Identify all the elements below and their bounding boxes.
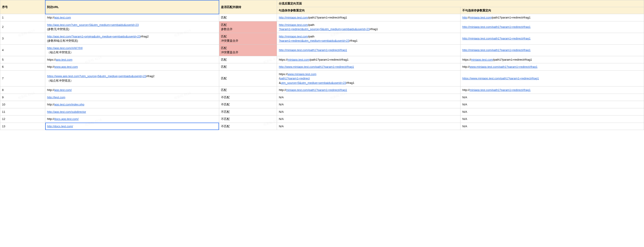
cell-url: http://test.com <box>45 94 219 101</box>
url-link[interactable]: app.test.com/ <box>54 88 72 92</box>
url-link[interactable]: app.test.com/index.php <box>54 103 84 106</box>
url-link[interactable]: http://test.com <box>47 96 65 99</box>
redirect-rules-table: 序号 到访URL 是否匹配并跳转 分流后重定向页面 勾选保存参数重定向 不勾选保… <box>0 0 644 130</box>
redirect-nokeep-text: /path1?param1=redirect#frag1 <box>493 58 532 61</box>
cell-redirect-keep: N/A <box>277 116 460 123</box>
cell-seq: 4 <box>0 44 45 56</box>
cell-redirect-keep: http://miniapp.test.com/path1?param1=red… <box>277 86 460 94</box>
url-link[interactable]: http://app.test.com?utm_source=5&utm_med… <box>47 23 139 26</box>
cell-redirect-nokeep: N/A <box>460 122 644 130</box>
match-text: 不匹配 <box>221 124 230 128</box>
redirect-keep-link[interactable]: utm_source=5&utm_mediue=sembaidu&userid=… <box>281 81 346 84</box>
redirect-nokeep-text: http:// <box>462 65 470 68</box>
cell-match: 不匹配 <box>219 94 277 101</box>
cell-url: http://docs.test.com/ <box>45 122 219 130</box>
table-row: 13http://docs.test.com/不匹配N/AN/A <box>0 122 644 130</box>
cell-redirect-keep: N/A <box>277 94 460 101</box>
header-seq: 序号 <box>0 0 45 14</box>
url-text: (参数无冲突情况) <box>47 28 69 31</box>
redirect-nokeep-link[interactable]: http://miniapp.test.com/path1?param1=red… <box>462 48 530 52</box>
redirect-nokeep-link[interactable]: http://miniapp.test.com/path1?param1=red… <box>462 37 530 40</box>
cell-seq: 11 <box>0 108 45 116</box>
cell-url: https://www.app.test.com?utm_source=5&ut… <box>45 70 219 86</box>
url-text: http:// <box>47 16 54 19</box>
redirect-keep-link[interactable]: miniapp.test.com <box>288 58 309 61</box>
header-match: 是否匹配并跳转 <box>219 0 277 14</box>
url-text: #frag2 <box>146 74 154 78</box>
redirect-keep-link[interactable]: http://miniapp.test.com <box>279 35 308 38</box>
table-row: 3http://app.test.com/?param1=origina&utm… <box>0 33 644 44</box>
redirect-nokeep-text: https:// <box>462 58 471 61</box>
redirect-nokeep-link[interactable]: www.miniapp.test.com/path1?param1=redire… <box>470 65 538 68</box>
url-link[interactable]: http://docs.test.com/ <box>47 124 73 128</box>
match-text: 匹配 <box>221 46 227 50</box>
redirect-keep-text: https:// <box>279 72 288 76</box>
redirect-nokeep-link[interactable]: miniapp.test.com/path1?param1=redirect#f… <box>470 88 531 92</box>
cell-redirect-nokeep: N/A <box>460 101 644 108</box>
table-row: 9http://test.com不匹配N/AN/A <box>0 94 644 101</box>
match-text: 匹配 <box>221 77 227 80</box>
redirect-keep-text: https:// <box>279 58 288 61</box>
cell-match: 不匹配 <box>219 101 277 108</box>
redirect-keep-text: N/A <box>279 117 284 120</box>
cell-seq: 12 <box>0 116 45 123</box>
cell-redirect-keep: http://miniapp.test.com/path?param1=redi… <box>277 21 460 33</box>
redirect-nokeep-link[interactable]: https://www.miniapp.test.com/path1?param… <box>462 77 539 80</box>
cell-match: 匹配 <box>219 86 277 94</box>
redirect-nokeep-text: N/A <box>462 117 467 120</box>
redirect-keep-text: http:// <box>279 88 286 92</box>
cell-match: 不匹配 <box>219 108 277 116</box>
redirect-nokeep-text: N/A <box>462 124 467 128</box>
cell-url: http://app.test.com/index.php <box>45 101 219 108</box>
cell-redirect-keep: http://miniapp.test.com/path1?param1=red… <box>277 14 460 22</box>
url-link[interactable]: app.test.com <box>56 58 72 61</box>
redirect-nokeep-link[interactable]: miniapp.test.com <box>470 16 492 19</box>
cell-match: 不匹配 <box>219 116 277 123</box>
cell-match: 匹配冲突覆盖合并 <box>219 44 277 56</box>
redirect-keep-link[interactable]: ?param1=redirect&utm_source=5&utm_medium… <box>279 28 370 31</box>
cell-seq: 8 <box>0 86 45 94</box>
redirect-keep-text: /path <box>308 35 314 38</box>
redirect-keep-link[interactable]: http://miniapp.test.com <box>279 16 308 19</box>
cell-seq: 13 <box>0 122 45 130</box>
table-row: 5https://app.test.com匹配https://miniapp.t… <box>0 56 644 63</box>
cell-redirect-nokeep: https://miniapp.test.com/path1?param1=re… <box>460 56 644 63</box>
cell-url: http://app.test.com/subdirector <box>45 108 219 116</box>
url-link[interactable]: http://app.test.com/subdirector <box>47 110 86 114</box>
match-text: 匹配 <box>221 58 227 61</box>
redirect-keep-link[interactable]: http://www.miniapp.test.com/path1?param1… <box>279 65 354 68</box>
cell-match: 匹配 <box>219 70 277 86</box>
url-link[interactable]: docs.app.test.com/ <box>54 117 79 120</box>
redirect-nokeep-link[interactable]: miniapp.test.com <box>471 58 493 61</box>
cell-redirect-keep: N/A <box>277 108 460 116</box>
cell-redirect-keep: https://www.miniapp.test.com/path1?param… <box>277 70 460 86</box>
redirect-keep-text: N/A <box>279 96 284 99</box>
url-text: http:// <box>47 65 54 68</box>
redirect-nokeep-link[interactable]: http <box>462 16 467 19</box>
cell-url: http://app.test.com/?param1=origina&utm_… <box>45 33 219 44</box>
url-text: (参数和锚点有冲突情况) <box>47 39 78 42</box>
redirect-keep-link[interactable]: miniapp.test.com/path1?param1=redirect#f… <box>286 88 347 92</box>
redirect-nokeep-text: :// <box>467 16 470 19</box>
redirect-keep-link[interactable]: http://miniapp.test.com <box>279 23 308 26</box>
table-row: 8http://app.test.com/匹配http://miniapp.te… <box>0 86 644 94</box>
url-link[interactable]: https://www.app.test.com?utm_source=5&ut… <box>47 74 146 78</box>
url-link[interactable]: www.app.test.com <box>54 65 78 68</box>
table-row: 6http://www.app.test.com匹配http://www.min… <box>0 63 644 71</box>
redirect-keep-link[interactable]: path1?param1=redirect <box>280 77 310 80</box>
redirect-keep-link[interactable]: www.miniapp.test.com <box>288 72 316 76</box>
cell-redirect-nokeep: N/A <box>460 108 644 116</box>
url-link[interactable]: http://app.test.com/?param1=origina&utm_… <box>47 35 140 38</box>
cell-redirect-keep: http://www.miniapp.test.com/path1?param1… <box>277 63 460 71</box>
cell-url: http://app.test.com?utm_source=5&utm_med… <box>45 21 219 33</box>
cell-redirect-nokeep: N/A <box>460 116 644 123</box>
match-text: 参数合并 <box>221 28 232 31</box>
header-redirect-nokeep: 不勾选保存参数重定向 <box>460 7 644 14</box>
redirect-keep-link[interactable]: http://miniapp.test.com/path1?param1=red… <box>279 48 347 52</box>
redirect-keep-link[interactable]: ?param1=redirect&utm_medium=sembaidu&use… <box>279 39 349 42</box>
url-link[interactable]: http://app.test.com/#AKYlHl <box>47 46 82 50</box>
redirect-nokeep-link[interactable]: http://miniapp.test.com/path1?param1=red… <box>462 25 530 28</box>
cell-seq: 9 <box>0 94 45 101</box>
url-link[interactable]: app.test.com <box>54 16 71 19</box>
match-text: 冲突覆盖合并 <box>221 39 238 42</box>
